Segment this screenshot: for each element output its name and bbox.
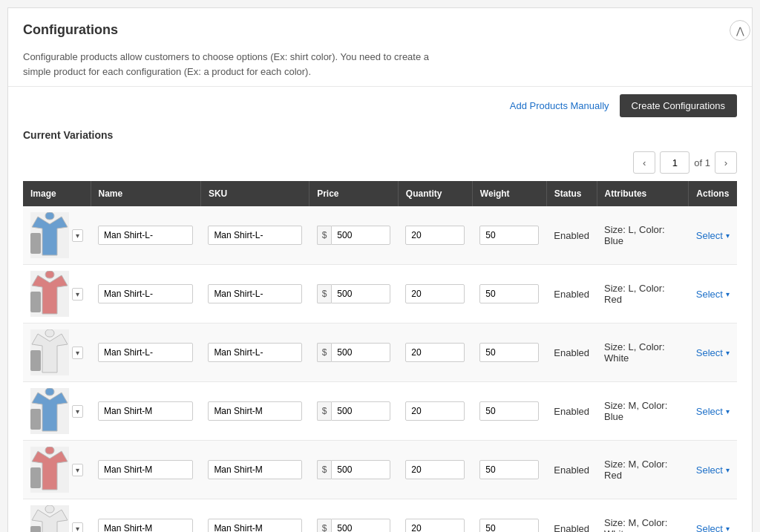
cell-price-5: $: [309, 441, 399, 499]
weight-input-6[interactable]: [479, 519, 539, 532]
cell-image-5: ▾: [23, 441, 91, 499]
select-button-2[interactable]: Select ▾: [696, 289, 730, 300]
select-chevron-6: ▾: [726, 525, 730, 533]
name-input-4[interactable]: [98, 401, 193, 421]
sku-input-3[interactable]: [208, 343, 301, 362]
cell-price-2: $: [309, 265, 399, 324]
svg-rect-4: [30, 233, 69, 236]
image-dropdown-4[interactable]: ▾: [72, 405, 83, 418]
cell-price-6: $: [309, 499, 399, 533]
quantity-input-5[interactable]: [405, 460, 465, 479]
col-header-weight: Weight: [472, 181, 546, 206]
cell-weight-3: [472, 324, 546, 382]
sku-input-5[interactable]: [208, 460, 301, 479]
price-symbol-4: $: [317, 401, 332, 421]
sku-input-4[interactable]: [208, 401, 301, 421]
add-products-manually-button[interactable]: Add Products Manually: [510, 100, 609, 111]
col-header-attributes: Attributes: [597, 181, 689, 206]
collapse-button[interactable]: ⋀: [730, 20, 750, 41]
price-symbol-5: $: [317, 460, 332, 479]
cell-weight-4: [472, 382, 546, 441]
sku-input-6[interactable]: [208, 519, 301, 532]
weight-input-4[interactable]: [479, 401, 539, 421]
cell-sku-1: [200, 206, 309, 265]
select-chevron-4: ▾: [726, 407, 730, 416]
price-input-2[interactable]: [331, 284, 390, 303]
select-button-1[interactable]: Select ▾: [696, 230, 730, 241]
weight-input-1[interactable]: [479, 226, 539, 245]
cell-actions-3: Select ▾: [689, 324, 737, 382]
cell-actions-5: Select ▾: [689, 441, 737, 499]
pagination-next-button[interactable]: ›: [715, 151, 737, 174]
weight-input-5[interactable]: [479, 460, 539, 479]
name-input-3[interactable]: [98, 343, 193, 362]
table-row: ▾ $ Enabled Size: M, Color: Blue: [23, 382, 737, 441]
cell-name-1: [91, 206, 200, 265]
quantity-input-6[interactable]: [405, 519, 465, 532]
cell-status-5: Enabled: [546, 441, 597, 499]
svg-rect-7: [45, 271, 54, 278]
cell-actions-2: Select ▾: [689, 265, 737, 324]
cell-name-3: [91, 324, 200, 382]
cell-sku-2: [200, 265, 309, 324]
cell-weight-2: [472, 265, 546, 324]
cell-sku-3: [200, 324, 309, 382]
status-badge-6: Enabled: [554, 523, 589, 533]
weight-input-3[interactable]: [479, 343, 539, 362]
table-row: ▾ $ Enabled Size: M, Color: White: [23, 499, 737, 533]
attributes-text-5: Size: M, Color: Red: [604, 459, 667, 481]
select-button-5[interactable]: Select ▾: [696, 464, 730, 476]
name-input-1[interactable]: [98, 226, 193, 245]
svg-rect-22: [45, 447, 54, 454]
image-dropdown-5[interactable]: ▾: [72, 464, 83, 476]
svg-rect-8: [30, 292, 41, 312]
image-dropdown-3[interactable]: ▾: [72, 347, 83, 359]
quantity-input-1[interactable]: [405, 226, 465, 245]
cell-price-4: $: [309, 382, 399, 441]
select-chevron-2: ▾: [726, 290, 730, 298]
pagination-prev-button[interactable]: ‹: [633, 151, 655, 174]
quantity-input-4[interactable]: [405, 401, 465, 421]
col-header-quantity: Quantity: [398, 181, 472, 206]
select-button-3[interactable]: Select ▾: [696, 347, 730, 358]
name-input-5[interactable]: [98, 460, 193, 479]
table-header-row: Image Name SKU Price Quantity Weight Sta…: [23, 181, 737, 206]
cell-price-1: $: [309, 206, 399, 265]
image-dropdown-2[interactable]: ▾: [72, 288, 83, 301]
attributes-text-6: Size: M, Color: White: [604, 517, 667, 532]
image-dropdown-6[interactable]: ▾: [72, 522, 83, 533]
svg-rect-17: [45, 388, 54, 395]
cell-name-2: [91, 265, 200, 324]
price-symbol-6: $: [317, 519, 332, 532]
table-row: ▾ $ Enabled Size: L, Color: Red: [23, 265, 737, 324]
pagination-page-input[interactable]: [660, 151, 689, 174]
page-description: Configurable products allow customers to…: [23, 50, 453, 79]
cell-actions-6: Select ▾: [689, 499, 737, 533]
svg-rect-24: [30, 467, 69, 470]
select-button-6[interactable]: Select ▾: [696, 523, 730, 533]
weight-input-2[interactable]: [479, 284, 539, 303]
price-input-5[interactable]: [331, 460, 390, 479]
quantity-input-3[interactable]: [405, 343, 465, 362]
price-input-6[interactable]: [331, 519, 390, 532]
cell-status-4: Enabled: [546, 382, 597, 441]
image-dropdown-1[interactable]: ▾: [72, 229, 83, 242]
cell-price-3: $: [309, 324, 399, 382]
price-input-1[interactable]: [331, 226, 390, 245]
sku-input-2[interactable]: [208, 284, 301, 303]
select-button-4[interactable]: Select ▾: [696, 406, 730, 417]
cell-status-3: Enabled: [546, 324, 597, 382]
price-input-3[interactable]: [331, 343, 390, 362]
configurations-panel: Configurations ⋀ Configurable products a…: [7, 7, 753, 532]
attributes-text-3: Size: L, Color: White: [604, 341, 665, 364]
price-input-4[interactable]: [331, 401, 390, 421]
name-input-2[interactable]: [98, 284, 193, 303]
product-image-5: [30, 447, 69, 493]
svg-rect-19: [30, 409, 69, 412]
sku-input-1[interactable]: [208, 226, 301, 245]
cell-attributes-3: Size: L, Color: White: [597, 324, 689, 382]
quantity-input-2[interactable]: [405, 284, 465, 303]
pagination-row: ‹ of 1 ›: [23, 151, 737, 174]
create-configurations-button[interactable]: Create Configurations: [620, 94, 737, 117]
name-input-6[interactable]: [98, 519, 193, 532]
